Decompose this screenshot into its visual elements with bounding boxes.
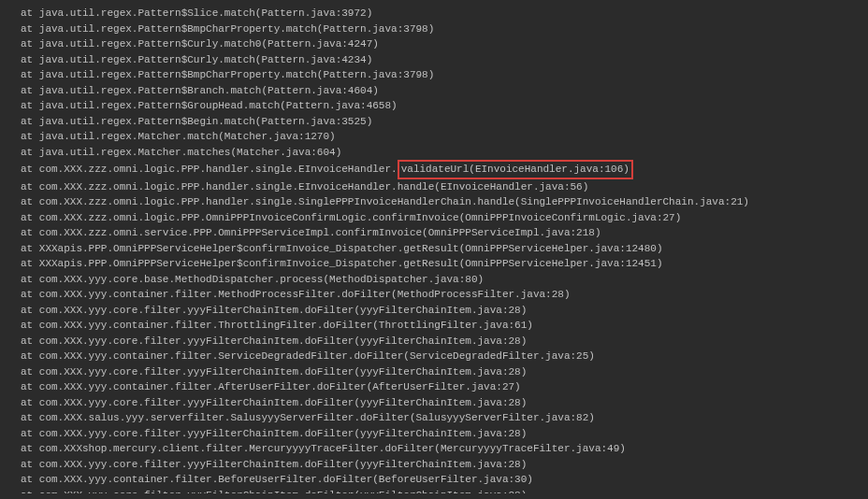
stack-trace-line: at com.XXX.yyy.core.filter.yyyFilterChai… — [9, 334, 859, 349]
stack-at-prefix: at — [21, 227, 39, 238]
stack-at-prefix: at — [21, 23, 39, 35]
stack-method-text: com.XXX.yyy.core.filter.yyyFilterChainIt… — [39, 335, 528, 347]
stack-method-text: com.XXX.yyy.core.base.MethodDispatcher.p… — [39, 274, 484, 285]
stack-method-text: com.XXX.yyy.core.filter.yyyFilterChainIt… — [39, 459, 528, 470]
stack-at-prefix: at — [21, 443, 39, 454]
stack-method-text: java.util.regex.Pattern$Curly.match(Patt… — [39, 54, 372, 65]
stack-at-prefix: at — [21, 7, 39, 19]
stack-at-prefix: at — [21, 181, 39, 192]
stack-at-prefix: at — [21, 85, 39, 96]
stack-trace-line: at com.XXX.yyy.core.filter.yyyFilterChai… — [9, 426, 859, 442]
stack-trace-line: at java.util.regex.Pattern$Slice.match(P… — [9, 6, 859, 21]
stack-trace-line: at com.XXX.yyy.container.filter.ServiceD… — [9, 349, 859, 364]
stack-method-text: com.XXX.salus.yyy.serverfilter.SalusyyyS… — [39, 412, 595, 423]
stack-method-text: XXXapis.PPP.OmniPPPServiceHelper$confirm… — [39, 258, 663, 269]
stack-at-prefix: at — [21, 459, 39, 470]
stack-trace-line: at com.XXX.zzz.omni.logic.PPP.handler.si… — [9, 160, 859, 179]
stack-method-text: com.XXX.zzz.omni.logic.PPP.handler.singl… — [39, 181, 589, 192]
stack-at-prefix: at — [21, 274, 39, 285]
stack-method-text: com.XXX.yyy.core.filter.yyyFilterChainIt… — [39, 428, 528, 439]
stack-trace-line: at com.XXXshop.mercury.client.filter.Mer… — [9, 441, 859, 457]
stack-trace-line: at com.XXX.yyy.core.filter.yyyFilterChai… — [9, 488, 859, 494]
stack-method-text: java.util.regex.Pattern$Branch.match(Pat… — [39, 85, 379, 96]
stack-method-text: java.util.regex.Matcher.match(Matcher.ja… — [39, 131, 336, 142]
stack-method-text: java.util.regex.Pattern$Slice.match(Patt… — [39, 7, 372, 19]
stack-at-prefix: at — [21, 54, 39, 65]
stack-trace-line: at com.XXX.yyy.core.base.MethodDispatche… — [9, 272, 859, 288]
stack-trace-line: at com.XXX.yyy.core.filter.yyyFilterChai… — [9, 395, 859, 411]
stack-trace-line: at XXXapis.PPP.OmniPPPServiceHelper$conf… — [9, 256, 859, 272]
stack-at-prefix: at — [21, 289, 39, 300]
stack-at-prefix: at — [21, 212, 39, 223]
stack-method-text: com.XXX.zzz.omni.logic.PPP.OmniPPPInvoic… — [39, 212, 682, 223]
stack-method-text: com.XXX.yyy.container.filter.AfterUserFi… — [39, 381, 521, 392]
stack-at-prefix: at — [21, 116, 39, 127]
stack-at-prefix: at — [21, 196, 39, 207]
stack-trace-line: at java.util.regex.Pattern$BmpCharProper… — [9, 21, 859, 37]
stack-trace-line: at com.XXX.yyy.core.filter.yyyFilterChai… — [9, 457, 859, 473]
stack-trace-line: at com.XXX.yyy.container.filter.AfterUse… — [9, 379, 859, 395]
stack-method-text: com.XXX.zzz.omni.service.PPP.OmniPPPServ… — [39, 227, 601, 238]
stack-at-prefix: at — [21, 38, 39, 50]
stack-at-prefix: at — [21, 147, 39, 158]
stack-trace-line: at com.XXX.zzz.omni.service.PPP.OmniPPPS… — [9, 225, 859, 241]
stack-method-text: com.XXX.yyy.core.filter.yyyFilterChainIt… — [39, 366, 528, 378]
stack-trace-line: at java.util.regex.Pattern$GroupHead.mat… — [9, 98, 859, 114]
stack-at-prefix: at — [21, 412, 39, 423]
stack-method-text: com.XXXshop.mercury.client.filter.Mercur… — [39, 443, 626, 454]
stack-at-prefix: at — [21, 69, 39, 80]
stack-trace-container: at java.util.regex.Pattern$Slice.match(P… — [9, 6, 859, 493]
stack-method-text: com.XXX.yyy.container.filter.MethodProce… — [39, 289, 571, 300]
stack-at-prefix: at — [21, 100, 39, 111]
stack-at-prefix: at — [21, 381, 39, 392]
stack-trace-line: at java.util.regex.Pattern$Curly.match0(… — [9, 36, 859, 52]
stack-method-text: com.XXX.yyy.container.filter.ThrottlingF… — [39, 320, 533, 331]
stack-method-text: java.util.regex.Pattern$GroupHead.match(… — [39, 100, 398, 111]
stack-at-prefix: at — [21, 350, 39, 362]
stack-method-text: java.util.regex.Pattern$Curly.match0(Pat… — [39, 38, 379, 50]
highlighted-stack-frame: validateUrl(EInvoiceHandler.java:106) — [398, 160, 633, 179]
stack-trace-line: at XXXapis.PPP.OmniPPPServiceHelper$conf… — [9, 241, 859, 257]
stack-trace-line: at com.XXX.yyy.container.filter.BeforeUs… — [9, 472, 859, 488]
stack-trace-line: at java.util.regex.Pattern$Branch.match(… — [9, 83, 859, 99]
stack-method-text: java.util.regex.Matcher.matches(Matcher.… — [39, 147, 341, 158]
stack-trace-line: at java.util.regex.Pattern$Curly.match(P… — [9, 52, 859, 68]
stack-trace-line: at com.XXX.salus.yyy.serverfilter.Salusy… — [9, 410, 859, 426]
stack-method-text: com.XXX.yyy.container.filter.BeforeUserF… — [39, 474, 533, 485]
stack-at-prefix: at — [21, 397, 39, 408]
stack-method-text: java.util.regex.Pattern$BmpCharProperty.… — [39, 69, 434, 80]
stack-at-prefix: at — [21, 243, 39, 254]
stack-at-prefix: at — [21, 474, 39, 485]
stack-trace-line: at java.util.regex.Matcher.match(Matcher… — [9, 129, 859, 145]
stack-method-text: XXXapis.PPP.OmniPPPServiceHelper$confirm… — [39, 243, 663, 254]
stack-method-text: com.XXX.yyy.core.filter.yyyFilterChainIt… — [39, 305, 528, 316]
stack-trace-line: at com.XXX.yyy.container.filter.MethodPr… — [9, 287, 859, 303]
stack-trace-line: at com.XXX.zzz.omni.logic.PPP.handler.si… — [9, 194, 859, 210]
stack-method-text: com.XXX.zzz.omni.logic.PPP.handler.singl… — [39, 196, 749, 207]
stack-method-text: java.util.regex.Pattern$Begin.match(Patt… — [39, 116, 372, 127]
stack-method-text: java.util.regex.Pattern$BmpCharProperty.… — [39, 23, 434, 35]
stack-method-text: com.XXX.yyy.container.filter.ServiceDegr… — [39, 350, 595, 362]
stack-at-prefix: at — [21, 335, 39, 347]
stack-at-prefix: at — [21, 305, 39, 316]
stack-trace-line: at com.XXX.yyy.container.filter.Throttli… — [9, 318, 859, 334]
stack-at-prefix: at — [21, 490, 39, 494]
stack-trace-line: at java.util.regex.Pattern$Begin.match(P… — [9, 114, 859, 130]
stack-at-prefix: at — [21, 366, 39, 378]
stack-trace-line: at com.XXX.zzz.omni.logic.PPP.handler.si… — [9, 179, 859, 195]
stack-trace-line: at java.util.regex.Pattern$BmpCharProper… — [9, 67, 859, 83]
stack-method-text: com.XXX.yyy.core.filter.yyyFilterChainIt… — [39, 397, 528, 408]
stack-at-prefix: at — [21, 131, 39, 142]
stack-at-prefix: at — [21, 258, 39, 269]
stack-method-text: com.XXX.yyy.core.filter.yyyFilterChainIt… — [39, 490, 528, 494]
stack-at-prefix: at — [21, 320, 39, 331]
stack-method-text: com.XXX.zzz.omni.logic.PPP.handler.singl… — [39, 164, 398, 175]
stack-at-prefix: at — [21, 164, 39, 175]
stack-at-prefix: at — [21, 428, 39, 439]
stack-trace-line: at com.XXX.zzz.omni.logic.PPP.OmniPPPInv… — [9, 210, 859, 226]
stack-trace-line: at com.XXX.yyy.core.filter.yyyFilterChai… — [9, 364, 859, 380]
stack-trace-line: at com.XXX.yyy.core.filter.yyyFilterChai… — [9, 303, 859, 319]
stack-trace-line: at java.util.regex.Matcher.matches(Match… — [9, 145, 859, 161]
